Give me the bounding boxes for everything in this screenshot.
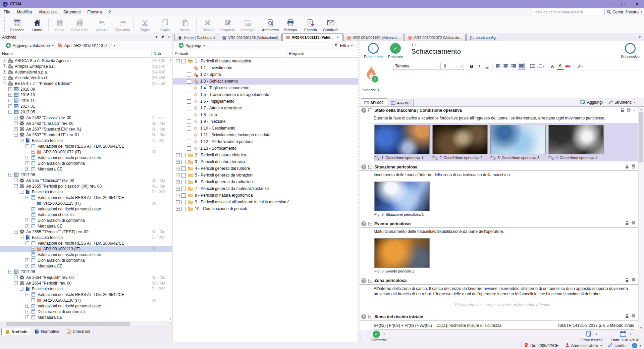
hazard-tree-row[interactable]: 1.8 - Urto [173,111,358,118]
ribbon-taglia-button[interactable]: Taglia [135,16,155,33]
archive-tree-row[interactable]: + Dichiarazioni di conformità [0,257,172,263]
archive-tree-row[interactable]: − An 2664 "Pericoli" rev. 00 M. - Ma [0,280,172,286]
hazard-checkbox[interactable] [181,153,186,157]
expand-icon[interactable]: + [3,59,6,62]
collapse-icon[interactable]: − [25,144,29,148]
help-icon[interactable]: ? [361,221,366,226]
expand-icon[interactable]: + [176,167,180,170]
expand-icon[interactable]: + [25,315,29,319]
expand-icon[interactable]: + [176,153,180,157]
font-family-select[interactable]: Tahoma▾ [393,63,441,70]
expand-icon[interactable]: + [3,64,6,68]
user-indicator[interactable]: Amministratore ▾ [562,342,605,349]
hazard-tree-row[interactable]: + 7 - Pericoli generati da materiali/sos… [173,185,358,192]
expand-icon[interactable]: + [176,187,180,191]
ribbon-incolla-button[interactable]: Incolla [175,16,195,33]
numbered-list-button[interactable]: 12▾ [537,63,545,70]
ribbon-home-button[interactable]: Home [27,16,47,33]
figure[interactable]: Fig. 2: Condfizione operativa 2 [432,125,488,160]
window-search-input[interactable] [532,9,605,15]
figure[interactable]: Fig. 3: Condizione operativa 3 [490,125,546,160]
add-hazard-button[interactable]: Aggiungi ▾ [176,43,207,49]
present-button[interactable]: ✓ Presente [384,43,407,59]
hazard-tree-row[interactable]: 1.13 - Soffocamento [173,145,358,152]
hazard-checkbox[interactable] [187,79,191,84]
archive-tree-row[interactable]: + Armpits Enterprise s.r.l. (01/146 [0,63,172,69]
expand-icon[interactable]: + [176,180,180,184]
expand-icon[interactable]: + [31,150,35,154]
collapse-icon[interactable]: − [20,236,23,239]
firma-tecnico-button[interactable]: ▾ Firma tecnico [580,331,602,342]
tab-list-dropdown-icon[interactable]: ▼ [638,36,641,39]
print-icon[interactable] [631,221,636,226]
hazard-checkbox[interactable] [187,86,191,90]
column-header-dati[interactable]: Dati [152,50,163,57]
archive-tree-row[interactable]: Valutazioni dei rischi personalizzate [0,252,172,257]
archive-tree-row[interactable]: + An 265 ""Classico"" rev. 00 M. - Ma [0,178,172,183]
ribbon-anteprima-button[interactable]: Anteprima [260,16,280,33]
assessment-tab[interactable]: AR-002 [361,98,387,106]
help-icon[interactable]: ? [361,278,366,283]
hazard-tree-row[interactable]: + 10 - Combinazione di pericoli [173,205,358,212]
menu-item-finestra[interactable]: Finestra [84,9,105,15]
hazard-tree-row[interactable]: ? 1.1 - Investimento [173,64,358,71]
panel-tab-normativa[interactable]: Normativa [31,328,63,335]
collapse-icon[interactable]: − [20,287,23,291]
expand-icon[interactable]: + [31,247,35,251]
archive-tree-row[interactable]: − Valutazioni dei rischi RESS All. I Dir… [0,195,172,200]
align-center-button[interactable] [502,63,509,70]
hazard-checkbox[interactable] [187,133,191,137]
hazard-checkbox[interactable] [187,93,191,97]
pin-icon[interactable] [161,35,165,39]
hazard-tree-row[interactable]: 1.2 - Spinta [173,71,358,78]
archive-tree-row[interactable]: + Marcatura CE [0,166,172,172]
collapse-icon[interactable]: − [8,270,12,273]
ribbon-propriet--button[interactable]: Proprietà [218,16,238,33]
expand-icon[interactable]: + [25,264,29,268]
archive-tree-row[interactable]: − Fascicolo tecnico Dir. 200 [0,189,172,195]
hazard-tree-row[interactable]: + 3 - Pericoli di natura termica [173,158,358,165]
hazard-checkbox[interactable] [181,180,186,184]
highlight-color-button[interactable]: A [557,63,564,70]
collapse-icon[interactable]: − [25,196,29,199]
hazard-tree-row[interactable]: + 8 - Pericoli di natura ergonomica [173,192,358,199]
archive-tree-row[interactable]: VR2-001/001125 (IT) 00 [0,200,172,206]
ribbon-esporta-button[interactable]: Esporta [301,16,321,33]
expand-icon[interactable]: + [14,116,18,119]
column-header-nome[interactable]: Nome [0,50,152,57]
ribbon-immagini-button[interactable]: Immagini [238,16,258,33]
print-icon[interactable] [631,164,636,169]
archive-tree-row[interactable]: + 2016.11 [0,98,172,103]
expand-icon[interactable]: + [25,161,29,165]
collapse-icon[interactable]: − [14,230,18,234]
hazard-tree-row[interactable]: 1.3 - Schiacciamento [173,78,358,85]
hazard-tree-row[interactable]: + 5 - Pericoli generati da vibrazioni [173,172,358,179]
archive-tree-row[interactable]: + Marcatura CE [0,223,172,229]
doc-tab[interactable]: Home | Dashboard [174,34,218,41]
archive-tree-row[interactable]: − 2017.05 [0,109,172,115]
close-tab-icon[interactable]: ✕ [336,36,339,39]
doc-tab[interactable]: AR2-001/001130 (Valutazio... [343,34,404,41]
content-vertical-scrollbar[interactable]: ∧ ∨ [638,107,644,331]
filter-button[interactable]: Filtro ▾ [332,43,355,48]
archive-tree-row[interactable]: Valutazioni check list [0,212,172,217]
archive-tree-row[interactable]: + Dichiarazioni di conformità [0,160,172,166]
ribbon-salva-button[interactable]: Salva [50,16,70,33]
archive-tree-row[interactable]: + An 2664 "Requisiti" rev. 00 M. - Ma [0,275,172,280]
collapse-icon[interactable]: − [20,190,23,194]
figure[interactable]: Fig. 6: Evento pericolo 1 [374,238,430,274]
archive-tree-row[interactable]: − An 2655 ""Pericoli"" (TEST) rev. 00 M.… [0,229,172,235]
collapse-icon[interactable]: − [368,165,372,169]
hazard-tree-row[interactable]: 1.4 - Taglio o sezionamento [173,85,358,91]
archive-tree-row[interactable]: + Valutazioni dei rischi personalizzate [0,303,172,309]
hazard-checkbox[interactable] [187,113,191,117]
add-valutazione-button[interactable]: Aggiungi valutazione ▾ [4,43,56,49]
hazard-checkbox[interactable] [187,119,191,124]
lock-icon[interactable] [625,164,629,170]
expand-icon[interactable]: + [176,160,180,164]
hazard-tree-row[interactable]: 1.5 - Trascinamento o intrappolamento [173,91,358,98]
image-drop-placeholder[interactable]: Fai doppio click qui per inserire un'imm… [374,297,635,311]
archive-tree-row[interactable]: − Valutazioni dei rischi RESS All. I Dir… [0,292,172,297]
doc-tab[interactable]: about:config [466,34,499,41]
expand-icon[interactable]: + [25,304,29,308]
